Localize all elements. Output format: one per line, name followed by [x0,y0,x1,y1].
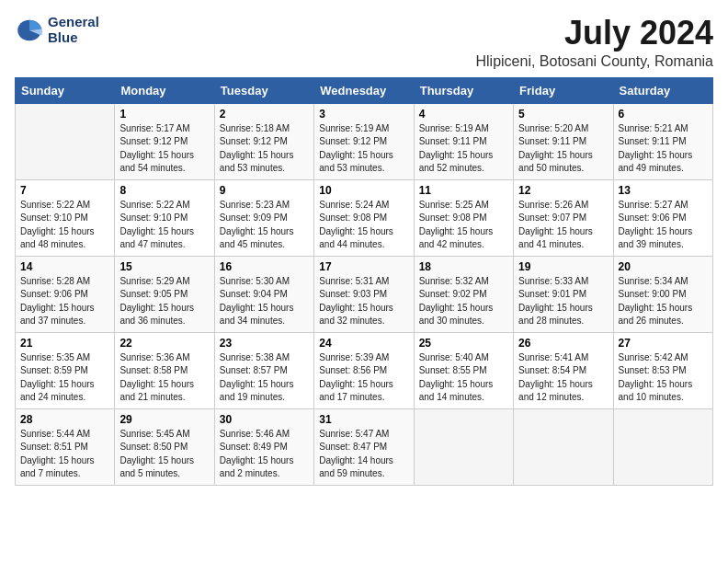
week-row-1: 1Sunrise: 5:17 AM Sunset: 9:12 PM Daylig… [16,103,713,179]
month-title: July 2024 [476,15,714,52]
day-info: Sunrise: 5:24 AM Sunset: 9:08 PM Dayligh… [319,199,408,252]
day-number: 23 [220,337,309,350]
day-cell: 29Sunrise: 5:45 AM Sunset: 8:50 PM Dayli… [115,408,214,485]
day-info: Sunrise: 5:33 AM Sunset: 9:01 PM Dayligh… [518,275,608,328]
calendar-table: SundayMondayTuesdayWednesdayThursdayFrid… [15,77,713,486]
day-number: 18 [419,260,508,273]
day-number: 8 [119,184,209,197]
page-header: General Blue July 2024 Hlipiceni, Botosa… [15,15,713,70]
day-cell: 21Sunrise: 5:35 AM Sunset: 8:59 PM Dayli… [16,332,115,408]
day-number: 26 [518,337,608,350]
day-number: 1 [119,108,209,121]
header-friday: Friday [514,77,613,103]
day-info: Sunrise: 5:22 AM Sunset: 9:10 PM Dayligh… [119,199,209,252]
day-number: 29 [119,413,209,426]
day-number: 5 [518,108,608,121]
day-cell: 4Sunrise: 5:19 AM Sunset: 9:11 PM Daylig… [414,103,513,179]
day-info: Sunrise: 5:23 AM Sunset: 9:09 PM Dayligh… [220,199,309,252]
week-row-2: 7Sunrise: 5:22 AM Sunset: 9:10 PM Daylig… [16,179,713,256]
day-cell: 14Sunrise: 5:28 AM Sunset: 9:06 PM Dayli… [16,256,115,332]
day-cell: 10Sunrise: 5:24 AM Sunset: 9:08 PM Dayli… [314,179,414,256]
day-number: 10 [319,184,408,197]
day-info: Sunrise: 5:31 AM Sunset: 9:03 PM Dayligh… [319,275,408,328]
day-cell: 1Sunrise: 5:17 AM Sunset: 9:12 PM Daylig… [115,103,214,179]
day-number: 3 [319,108,408,121]
day-cell: 5Sunrise: 5:20 AM Sunset: 9:11 PM Daylig… [514,103,613,179]
day-info: Sunrise: 5:17 AM Sunset: 9:12 PM Dayligh… [119,122,209,176]
day-cell: 26Sunrise: 5:41 AM Sunset: 8:54 PM Dayli… [514,332,613,408]
title-area: July 2024 Hlipiceni, Botosani County, Ro… [476,15,714,70]
day-number: 24 [319,337,408,350]
day-cell: 30Sunrise: 5:46 AM Sunset: 8:49 PM Dayli… [214,408,313,485]
day-cell: 22Sunrise: 5:36 AM Sunset: 8:58 PM Dayli… [115,332,214,408]
day-cell: 15Sunrise: 5:29 AM Sunset: 9:05 PM Dayli… [115,256,214,332]
header-tuesday: Tuesday [214,77,313,103]
day-number: 30 [220,413,309,426]
day-cell: 27Sunrise: 5:42 AM Sunset: 8:53 PM Dayli… [613,332,712,408]
day-cell: 6Sunrise: 5:21 AM Sunset: 9:11 PM Daylig… [613,103,712,179]
day-cell: 12Sunrise: 5:26 AM Sunset: 9:07 PM Dayli… [514,179,613,256]
day-number: 4 [419,108,508,121]
day-cell: 31Sunrise: 5:47 AM Sunset: 8:47 PM Dayli… [314,408,414,485]
day-cell [414,408,513,485]
day-info: Sunrise: 5:28 AM Sunset: 9:06 PM Dayligh… [20,275,109,328]
day-info: Sunrise: 5:35 AM Sunset: 8:59 PM Dayligh… [20,351,109,405]
day-number: 2 [220,108,309,121]
day-info: Sunrise: 5:38 AM Sunset: 8:57 PM Dayligh… [220,351,309,405]
week-row-5: 28Sunrise: 5:44 AM Sunset: 8:51 PM Dayli… [16,408,713,485]
day-info: Sunrise: 5:19 AM Sunset: 9:12 PM Dayligh… [319,122,408,176]
day-number: 22 [119,337,209,350]
day-info: Sunrise: 5:32 AM Sunset: 9:02 PM Dayligh… [419,275,508,328]
day-number: 12 [518,184,608,197]
day-number: 21 [20,337,109,350]
header-saturday: Saturday [613,77,712,103]
day-number: 20 [619,260,708,273]
day-info: Sunrise: 5:44 AM Sunset: 8:51 PM Dayligh… [20,428,109,481]
day-cell: 3Sunrise: 5:19 AM Sunset: 9:12 PM Daylig… [314,103,414,179]
week-row-3: 14Sunrise: 5:28 AM Sunset: 9:06 PM Dayli… [16,256,713,332]
day-info: Sunrise: 5:46 AM Sunset: 8:49 PM Dayligh… [220,428,309,481]
day-info: Sunrise: 5:18 AM Sunset: 9:12 PM Dayligh… [220,122,309,176]
day-cell: 9Sunrise: 5:23 AM Sunset: 9:09 PM Daylig… [214,179,313,256]
day-info: Sunrise: 5:36 AM Sunset: 8:58 PM Dayligh… [119,351,209,405]
day-info: Sunrise: 5:19 AM Sunset: 9:11 PM Dayligh… [419,122,508,176]
header-thursday: Thursday [414,77,513,103]
day-number: 31 [319,413,408,426]
day-info: Sunrise: 5:39 AM Sunset: 8:56 PM Dayligh… [319,351,408,405]
day-cell: 25Sunrise: 5:40 AM Sunset: 8:55 PM Dayli… [414,332,513,408]
logo-text: General Blue [48,15,99,45]
day-number: 16 [220,260,309,273]
day-number: 15 [119,260,209,273]
day-number: 25 [419,337,508,350]
day-number: 28 [20,413,109,426]
day-info: Sunrise: 5:30 AM Sunset: 9:04 PM Dayligh… [220,275,309,328]
day-number: 6 [619,108,708,121]
day-cell: 28Sunrise: 5:44 AM Sunset: 8:51 PM Dayli… [16,408,115,485]
day-number: 19 [518,260,608,273]
day-cell: 8Sunrise: 5:22 AM Sunset: 9:10 PM Daylig… [115,179,214,256]
week-row-4: 21Sunrise: 5:35 AM Sunset: 8:59 PM Dayli… [16,332,713,408]
day-cell [514,408,613,485]
day-cell: 11Sunrise: 5:25 AM Sunset: 9:08 PM Dayli… [414,179,513,256]
day-info: Sunrise: 5:47 AM Sunset: 8:47 PM Dayligh… [319,428,408,481]
calendar-header-row: SundayMondayTuesdayWednesdayThursdayFrid… [16,77,713,103]
day-info: Sunrise: 5:22 AM Sunset: 9:10 PM Dayligh… [20,199,109,252]
day-cell: 24Sunrise: 5:39 AM Sunset: 8:56 PM Dayli… [314,332,414,408]
day-number: 11 [419,184,508,197]
day-info: Sunrise: 5:34 AM Sunset: 9:00 PM Dayligh… [619,275,708,328]
day-number: 13 [619,184,708,197]
day-cell: 20Sunrise: 5:34 AM Sunset: 9:00 PM Dayli… [613,256,712,332]
day-cell: 2Sunrise: 5:18 AM Sunset: 9:12 PM Daylig… [214,103,313,179]
location-title: Hlipiceni, Botosani County, Romania [476,53,714,70]
day-info: Sunrise: 5:26 AM Sunset: 9:07 PM Dayligh… [518,199,608,252]
day-number: 17 [319,260,408,273]
day-number: 9 [220,184,309,197]
day-cell: 19Sunrise: 5:33 AM Sunset: 9:01 PM Dayli… [514,256,613,332]
day-cell [613,408,712,485]
header-monday: Monday [115,77,214,103]
day-number: 27 [619,337,708,350]
header-wednesday: Wednesday [314,77,414,103]
day-info: Sunrise: 5:41 AM Sunset: 8:54 PM Dayligh… [518,351,608,405]
header-sunday: Sunday [16,77,115,103]
day-info: Sunrise: 5:25 AM Sunset: 9:08 PM Dayligh… [419,199,508,252]
